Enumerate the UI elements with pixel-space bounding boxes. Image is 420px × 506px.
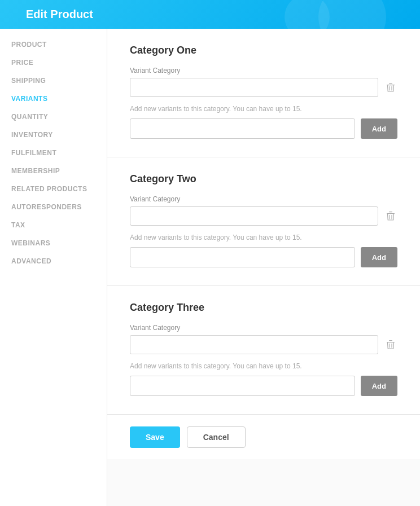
variant-input-row-3 (130, 335, 397, 354)
main-layout: ProductPriceShippingVariantsQuantityInve… (0, 29, 420, 506)
category-section-1: Category One Variant Category Add new va… (107, 29, 420, 157)
add-variant-button-1[interactable]: Add (361, 118, 397, 139)
variant-input-1[interactable] (130, 78, 378, 97)
category-title-2: Category Two (130, 173, 397, 185)
category-section-2: Category Two Variant Category Add new va… (107, 157, 420, 286)
sidebar-item-product[interactable]: Product (0, 36, 107, 54)
trash-icon-1 (386, 82, 395, 93)
sidebar-item-advanced[interactable]: Advanced (0, 252, 107, 270)
trash-icon-2 (386, 211, 395, 221)
variant-label-2: Variant Category (130, 195, 397, 203)
sidebar-item-price[interactable]: Price (0, 54, 107, 72)
delete-variant-button-1[interactable] (384, 80, 397, 95)
sidebar-item-related-products[interactable]: Related Products (0, 180, 107, 198)
page-title: Edit Product (26, 8, 93, 20)
helper-text-3: Add new variants to this category. You c… (130, 362, 397, 370)
sidebar-item-membership[interactable]: Membership (0, 162, 107, 180)
main-content: Category One Variant Category Add new va… (107, 29, 420, 506)
svg-rect-4 (387, 213, 395, 214)
sidebar-item-variants[interactable]: Variants (0, 90, 107, 108)
sidebar-item-shipping[interactable]: Shipping (0, 72, 107, 90)
sidebar-item-fulfilment[interactable]: Fulfilment (0, 144, 107, 162)
trash-icon-3 (386, 340, 395, 350)
svg-rect-8 (387, 342, 395, 342)
add-variant-row-3: Add (130, 376, 397, 396)
helper-text-1: Add new variants to this category. You c… (130, 105, 397, 113)
category-title-3: Category Three (130, 302, 397, 314)
sidebar-item-inventory[interactable]: Inventory (0, 126, 107, 144)
sidebar-item-tax[interactable]: Tax (0, 216, 107, 234)
sidebar: ProductPriceShippingVariantsQuantityInve… (0, 29, 107, 506)
add-variant-button-2[interactable]: Add (361, 247, 397, 267)
add-variant-input-3[interactable] (130, 376, 355, 396)
svg-rect-9 (389, 340, 392, 341)
variant-input-3[interactable] (130, 335, 378, 354)
add-variant-row-1: Add (130, 118, 397, 139)
page-header: Edit Product (0, 0, 420, 29)
sidebar-item-autoresponders[interactable]: Autoresponders (0, 198, 107, 216)
add-variant-input-1[interactable] (130, 118, 355, 139)
add-variant-button-3[interactable]: Add (361, 376, 397, 396)
add-variant-input-2[interactable] (130, 247, 355, 267)
category-title-1: Category One (130, 45, 397, 56)
category-section-3: Category Three Variant Category Add new … (107, 286, 420, 415)
svg-rect-1 (389, 83, 392, 83)
helper-text-2: Add new variants to this category. You c… (130, 234, 397, 241)
footer-buttons: Save Cancel (107, 415, 420, 459)
delete-variant-button-2[interactable] (384, 209, 397, 223)
variant-input-row-2 (130, 206, 397, 226)
variant-input-2[interactable] (130, 206, 378, 226)
save-button[interactable]: Save (130, 426, 180, 448)
sidebar-item-quantity[interactable]: Quantity (0, 108, 107, 126)
add-variant-row-2: Add (130, 247, 397, 267)
variant-label-3: Variant Category (130, 324, 397, 332)
svg-rect-0 (387, 85, 395, 85)
sidebar-item-webinars[interactable]: Webinars (0, 234, 107, 252)
variant-input-row-1 (130, 78, 397, 97)
cancel-button[interactable]: Cancel (187, 426, 246, 448)
variant-label-1: Variant Category (130, 67, 397, 74)
svg-rect-5 (389, 212, 392, 212)
delete-variant-button-3[interactable] (384, 337, 397, 352)
